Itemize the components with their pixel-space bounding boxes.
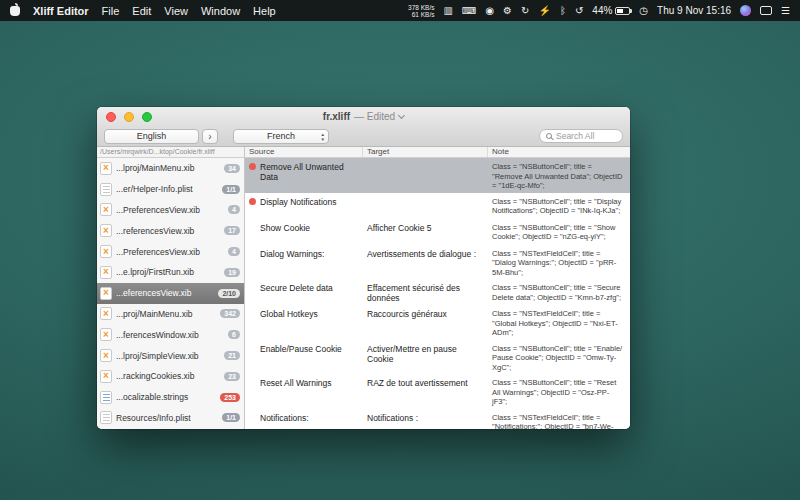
target-cell[interactable]: Raccourcis généraux (363, 307, 488, 338)
note-cell: Class = "NSButtonCell"; title = "Display… (488, 195, 630, 217)
sidebar-file-label: ...lproj/SimpleView.xib (116, 351, 220, 361)
translation-row[interactable]: Global Hotkeys Raccourcis généraux Class… (245, 305, 630, 340)
sidebar-file-item[interactable]: ...lproj/MainMenu.xib 34 (97, 158, 244, 179)
menubar-menu-item[interactable]: View (164, 5, 188, 17)
xib-file-icon (100, 307, 112, 320)
power-icon[interactable]: ⚡ (538, 0, 550, 21)
menu-bar: Xliff Editor File Edit View Window Help … (0, 0, 800, 21)
sidebar-file-item[interactable]: ...PreferencesView.xib 4 (97, 241, 244, 262)
sidebar-file-item[interactable]: ...eferencesView.xib 2/10 (97, 283, 244, 304)
sidebar-file-item[interactable]: ...er/Helper-Info.plist 1/1 (97, 179, 244, 200)
translation-row[interactable]: Dialog Warnings: Avertissements de dialo… (245, 245, 630, 280)
battery-indicator[interactable]: 44% (592, 5, 630, 16)
keyboard-icon[interactable]: ⌨ (462, 0, 476, 21)
battery-percentage: 44% (592, 5, 612, 16)
note-cell: Class = "NSButtonCell"; title = "Reset A… (488, 376, 630, 407)
sidebar-file-label: ...eferencesView.xib (116, 288, 214, 298)
sidebar-file-label: ...proj/MainMenu.xib (116, 309, 216, 319)
source-text: Display Notifications (260, 197, 337, 207)
target-cell[interactable]: Effacement sécurisé des données (363, 281, 488, 303)
untranslated-count-badge: 23 (224, 372, 240, 381)
target-language-value: French (267, 131, 295, 141)
apple-menu-icon[interactable] (10, 6, 20, 16)
sidebar-file-item[interactable]: ...rackingCookies.xib 23 (97, 366, 244, 387)
untranslated-count-badge: 21 (224, 351, 240, 360)
target-cell[interactable] (363, 160, 488, 191)
sidebar-file-item[interactable]: ...PreferencesView.xib 4 (97, 200, 244, 221)
sidebar-file-item[interactable]: ...referencesView.xib 17 (97, 220, 244, 241)
bluetooth-icon[interactable]: ᛒ (560, 0, 566, 21)
title-bar[interactable]: fr.xliff — Edited (97, 107, 630, 126)
edited-state: — Edited (354, 111, 395, 122)
column-header-target[interactable]: Target (363, 147, 488, 157)
sidebar-file-label: ...lproj/MainMenu.xib (116, 163, 220, 173)
popup-arrows-icon: ▲▼ (321, 132, 325, 142)
source-text: Show Cookie (260, 223, 310, 233)
network-download-speed: 61 KB/s (412, 11, 435, 18)
menubar-app-name[interactable]: Xliff Editor (33, 5, 89, 17)
xib-file-icon (100, 287, 112, 300)
source-cell: Notifications: (245, 411, 363, 430)
xib-file-icon (100, 349, 112, 362)
notification-center-icon[interactable]: ☰ (781, 0, 790, 21)
source-cell: Enable/Pause Cookie (245, 342, 363, 373)
menubar-datetime[interactable]: Thu 9 Nov 15:16 (657, 5, 731, 16)
target-cell[interactable]: Notifications : (363, 411, 488, 430)
target-cell[interactable]: Activer/Mettre en pause Cookie (363, 342, 488, 373)
translation-row[interactable]: Secure Delete data Effacement sécurisé d… (245, 279, 630, 305)
direction-button[interactable]: › (202, 129, 218, 144)
untranslated-dot (249, 198, 256, 205)
time-machine-icon[interactable]: ↺ (575, 0, 583, 21)
document-name: fr.xliff (323, 111, 350, 122)
sidebar-file-item[interactable]: ...e.lproj/FirstRun.xib 19 (97, 262, 244, 283)
title-chevron-icon[interactable] (398, 111, 405, 118)
search-field[interactable]: Search All (539, 129, 623, 143)
gear-icon[interactable]: ⚙ (503, 0, 512, 21)
file-path: /Users/mrqwirk/D...ktop/Cookie/fr.xliff (97, 147, 245, 157)
target-cell[interactable]: RAZ de tout avertissement (363, 376, 488, 407)
sidebar-file-label: ...ferencesWindow.xib (116, 330, 224, 340)
column-header-source[interactable]: Source (245, 147, 363, 157)
window-body: ...lproj/MainMenu.xib 34 ...er/Helper-In… (97, 158, 630, 429)
sidebar-file-item[interactable]: ...lproj/SimpleView.xib 21 (97, 345, 244, 366)
sidebar-file-item[interactable]: ...proj/MainMenu.xib 342 (97, 304, 244, 325)
translation-row[interactable]: Show Cookie Afficher Cookie 5 Class = "N… (245, 219, 630, 245)
untranslated-count-badge: 17 (224, 226, 240, 235)
network-throughput[interactable]: 378 KB/s 61 KB/s (408, 4, 434, 18)
user-icon[interactable]: ◉ (485, 0, 494, 21)
column-header-note[interactable]: Note (488, 147, 630, 157)
translation-row[interactable]: Notifications: Notifications : Class = "… (245, 409, 630, 430)
translation-row[interactable]: Enable/Pause Cookie Activer/Mettre en pa… (245, 340, 630, 375)
source-text: Notifications: (260, 413, 309, 423)
menubar-status-area: 378 KB/s 61 KB/s ▥ ⌨ ◉ ⚙ ↻ ⚡ ᛒ ↺ 44% (408, 0, 790, 21)
untranslated-count-badge: 1/1 (222, 185, 240, 194)
translation-row[interactable]: Reset All Warnings RAZ de tout avertisse… (245, 374, 630, 409)
file-sidebar: ...lproj/MainMenu.xib 34 ...er/Helper-In… (97, 158, 245, 429)
siri-icon[interactable] (740, 5, 751, 16)
target-cell[interactable]: Afficher Cookie 5 (363, 221, 488, 243)
source-cell: Secure Delete data (245, 281, 363, 303)
source-text: Remove All Unwanted Data (260, 162, 361, 182)
menubar-menu-item[interactable]: Window (201, 5, 240, 17)
sidebar-file-item[interactable]: ...ferencesWindow.xib 6 (97, 324, 244, 345)
sidebar-file-item[interactable]: ...ocalizable.strings 253 (97, 387, 244, 408)
levels-icon[interactable]: ▥ (443, 0, 452, 21)
note-cell: Class = "NSButtonCell"; title = "Show Co… (488, 221, 630, 243)
sidebar-file-item[interactable]: Resources/Info.plist 1/1 (97, 408, 244, 429)
xib-file-icon (100, 162, 112, 175)
target-cell[interactable] (363, 195, 488, 217)
menubar-menu-item[interactable]: File (102, 5, 120, 17)
translation-row[interactable]: Display Notifications Class = "NSButtonC… (245, 193, 630, 219)
translation-row[interactable]: Remove All Unwanted Data Class = "NSButt… (245, 158, 630, 193)
sync-icon[interactable]: ↻ (521, 0, 529, 21)
target-language-popup[interactable]: French ▲▼ (233, 129, 329, 144)
strings-file-icon (100, 391, 112, 404)
menubar-menu-item[interactable]: Edit (132, 5, 151, 17)
plist-file-icon (100, 411, 112, 424)
sidebar-file-label: ...e.lproj/FirstRun.xib (116, 267, 220, 277)
menubar-menu-item[interactable]: Help (253, 5, 276, 17)
target-cell[interactable]: Avertissements de dialogue : (363, 247, 488, 278)
untranslated-count-badge: 1/1 (222, 413, 240, 422)
source-language-button[interactable]: English (104, 129, 199, 144)
display-icon[interactable] (760, 6, 772, 15)
